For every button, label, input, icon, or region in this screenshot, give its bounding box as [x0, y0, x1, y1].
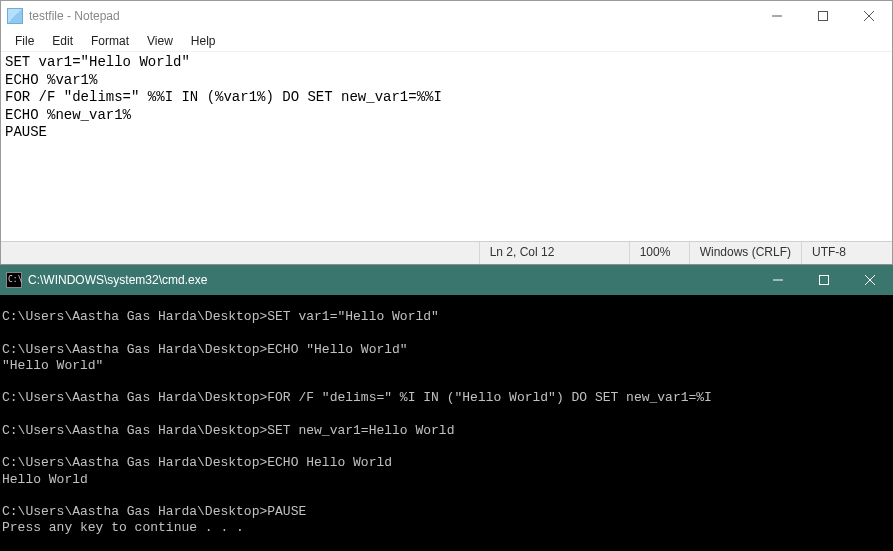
maximize-button[interactable]	[800, 1, 846, 31]
menu-help[interactable]: Help	[183, 32, 224, 50]
window-title: testfile - Notepad	[29, 9, 754, 23]
statusbar: Ln 2, Col 12 100% Windows (CRLF) UTF-8	[1, 241, 892, 264]
editor-textarea[interactable]: SET var1="Hello World" ECHO %var1% FOR /…	[1, 52, 892, 241]
cmd-titlebar[interactable]: C:\ C:\WINDOWS\system32\cmd.exe	[0, 265, 893, 295]
window-controls	[754, 1, 892, 31]
minimize-icon	[773, 275, 783, 285]
menubar: File Edit Format View Help	[1, 31, 892, 52]
cmd-minimize-button[interactable]	[755, 265, 801, 295]
status-cursor: Ln 2, Col 12	[480, 242, 630, 264]
maximize-icon	[819, 275, 829, 285]
cmd-output[interactable]: C:\Users\Aastha Gas Harda\Desktop>SET va…	[0, 295, 893, 551]
cmd-window-controls	[755, 265, 893, 295]
cmd-icon: C:\	[6, 272, 22, 288]
menu-format[interactable]: Format	[83, 32, 137, 50]
close-icon	[865, 275, 875, 285]
menu-edit[interactable]: Edit	[44, 32, 81, 50]
minimize-icon	[772, 11, 782, 21]
menu-file[interactable]: File	[7, 32, 42, 50]
status-zoom: 100%	[630, 242, 690, 264]
svg-rect-1	[819, 12, 828, 21]
status-encoding: UTF-8	[802, 242, 892, 264]
close-icon	[864, 11, 874, 21]
status-spacer	[1, 242, 480, 264]
status-lineending: Windows (CRLF)	[690, 242, 802, 264]
cmd-close-button[interactable]	[847, 265, 893, 295]
svg-rect-5	[820, 276, 829, 285]
cmd-window: C:\ C:\WINDOWS\system32\cmd.exe C:\Users…	[0, 265, 893, 551]
cmd-window-title: C:\WINDOWS\system32\cmd.exe	[28, 273, 755, 287]
notepad-window: testfile - Notepad File Edit Format View…	[0, 0, 893, 265]
cmd-maximize-button[interactable]	[801, 265, 847, 295]
notepad-icon	[7, 8, 23, 24]
notepad-titlebar[interactable]: testfile - Notepad	[1, 1, 892, 31]
close-button[interactable]	[846, 1, 892, 31]
minimize-button[interactable]	[754, 1, 800, 31]
maximize-icon	[818, 11, 828, 21]
menu-view[interactable]: View	[139, 32, 181, 50]
